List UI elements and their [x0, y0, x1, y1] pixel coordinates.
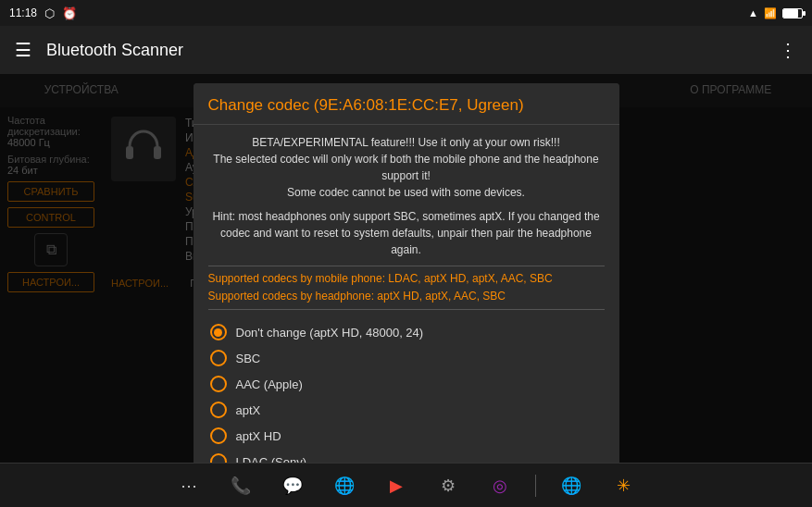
codec-option-0[interactable]: Don't change (aptX HD, 48000, 24) — [208, 319, 605, 345]
nav-phone-icon[interactable]: 📞 — [224, 469, 257, 502]
codec-option-3[interactable]: aptX — [208, 397, 605, 423]
dialog-body: BETA/EXPERIMENTAL feature!!! Use it only… — [194, 125, 619, 463]
codec-radio-1[interactable] — [210, 350, 227, 366]
codec-label-5: LDAC (Sony) — [236, 455, 307, 463]
main-content: Устройства Сопр. ы О программе Тип: Науш… — [0, 74, 812, 463]
app-title: Bluetooth Scanner — [46, 41, 183, 60]
bottom-nav: ⋯ 📞 💬 🌐 ▶ ⚙ ◎ 🌐 ✳ — [0, 463, 812, 507]
wifi-icon: ▲ — [748, 7, 758, 19]
nav-pinwheel-icon[interactable]: ✳ — [606, 469, 640, 502]
codec-label-3: aptX — [236, 403, 261, 417]
more-icon[interactable]: ⋮ — [779, 39, 797, 61]
nav-youtube-icon[interactable]: ▶ — [380, 469, 413, 502]
alarm-icon: ⏰ — [62, 6, 77, 20]
codec-option-5[interactable]: LDAC (Sony) — [208, 449, 605, 463]
status-bar-left: 11:18 ⬡ ⏰ — [9, 6, 77, 20]
status-bar-right: ▲ 📶 — [748, 7, 803, 19]
nav-grid-icon[interactable]: ⋯ — [172, 469, 206, 502]
codec-label-4: aptX HD — [236, 429, 281, 443]
codec-radio-0[interactable] — [210, 324, 227, 340]
time: 11:18 — [9, 6, 37, 19]
nav-divider — [535, 475, 536, 497]
hamburger-icon[interactable]: ☰ — [15, 39, 31, 61]
codec-label-1: SBC — [236, 352, 261, 365]
codec-radio-4[interactable] — [210, 427, 227, 444]
nav-chrome2-icon[interactable]: 🌐 — [555, 469, 588, 502]
codec-radio-3[interactable] — [210, 402, 227, 418]
status-bar: 11:18 ⬡ ⏰ ▲ 📶 — [0, 0, 812, 26]
codec-radio-2[interactable] — [210, 376, 227, 392]
nav-chrome-icon[interactable]: 🌐 — [328, 469, 361, 502]
dialog-overlay: Change codec (9E:A6:08:1E:CC:E7, Ugreen)… — [0, 74, 812, 463]
nav-chat-icon[interactable]: 💬 — [276, 469, 309, 502]
codec-label-0: Don't change (aptX HD, 48000, 24) — [236, 326, 424, 340]
warning-text-1: BETA/EXPERIMENTAL feature!!! Use it only… — [208, 134, 605, 201]
supported-mobile: Supported codecs by mobile phone: LDAC, … — [208, 266, 605, 310]
battery-icon — [782, 8, 803, 19]
codec-option-2[interactable]: AAC (Apple) — [208, 371, 605, 397]
bluetooth-icon: ⬡ — [44, 6, 55, 20]
dialog-title: Change codec (9E:A6:08:1E:CC:E7, Ugreen) — [194, 83, 619, 125]
codec-radio-5[interactable] — [210, 453, 227, 463]
codec-label-2: AAC (Apple) — [236, 377, 303, 391]
app-bar: ☰ Bluetooth Scanner ⋮ — [0, 26, 812, 74]
nav-radio-icon[interactable]: ◎ — [483, 469, 517, 502]
codec-option-1[interactable]: SBC — [208, 345, 605, 371]
hint-text: Hint: most headphones only support SBC, … — [208, 208, 605, 258]
change-codec-dialog: Change codec (9E:A6:08:1E:CC:E7, Ugreen)… — [194, 83, 619, 463]
signal-icon: 📶 — [764, 7, 777, 19]
nav-settings-icon[interactable]: ⚙ — [431, 469, 465, 502]
codec-option-4[interactable]: aptX HD — [208, 423, 605, 449]
